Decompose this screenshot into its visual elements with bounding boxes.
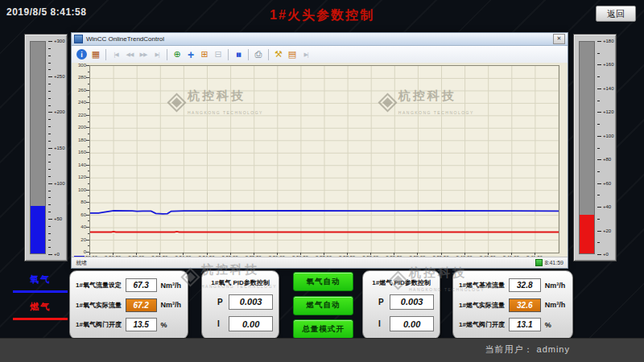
pid-value-field[interactable]: 0.003 — [390, 294, 434, 310]
pid-param-label: P — [378, 298, 384, 306]
gauge-tick — [597, 207, 601, 208]
y-axis-tick — [86, 190, 89, 191]
panel-row: 1#氧气实际流量67.2Nm³/h — [76, 298, 182, 312]
y-axis-tick — [88, 220, 89, 221]
series-1#燃气流量 — [90, 232, 559, 232]
window-title: WinCC OnlineTrendControl — [86, 35, 550, 43]
gauge-minor-tick — [597, 219, 600, 220]
gauge-minor-tick — [597, 76, 600, 77]
gauge-tick — [597, 112, 601, 113]
gauge-tick — [597, 254, 601, 255]
y-axis-label: 60 — [72, 212, 86, 217]
gauge-label: +120 — [603, 109, 614, 114]
unit-label: % — [161, 321, 182, 329]
pid-row: I0.00 — [369, 316, 434, 331]
y-axis-label: 20 — [72, 237, 86, 242]
gauge-minor-tick — [597, 148, 600, 149]
connect-icon[interactable]: ⚒ — [272, 48, 285, 61]
y-axis-tick — [88, 233, 89, 234]
zoom-area-icon[interactable]: ⊕ — [171, 48, 184, 61]
y-axis-tick — [86, 152, 89, 153]
mode-button[interactable]: 总量模式开 — [293, 319, 353, 339]
pid-value-field[interactable]: 0.00 — [229, 316, 273, 331]
gas-flow-panel: 1#燃气基准流量32.8Nm³/h1#燃气实际流量32.6Nm³/h1#燃气阀门… — [452, 270, 573, 339]
gauge-minor-tick — [48, 141, 51, 142]
gauge-track — [579, 41, 595, 254]
gauge-label: +300 — [54, 39, 65, 43]
gauge-minor-tick — [48, 204, 51, 205]
legend-gas-line — [13, 318, 68, 320]
trend-plot[interactable]: 杭控科技HANGKONG TECHNOLOGY杭控科技HANGKONG TECH… — [89, 65, 559, 253]
y-axis-tick — [88, 134, 89, 134]
value-field[interactable]: 32.6 — [509, 298, 541, 312]
y-axis-tick — [86, 177, 89, 178]
unit-label: Nm³/h — [161, 301, 182, 309]
y-axis-tick — [86, 165, 89, 166]
y-axis-label: 0 — [72, 249, 86, 254]
value-field[interactable]: 67.2 — [126, 298, 157, 312]
gauge-minor-tick — [48, 98, 51, 99]
back-button[interactable]: 返回 — [596, 6, 636, 22]
y-axis-label: 260 — [72, 88, 86, 93]
gauge-minor-tick — [48, 226, 51, 227]
gauge-tick — [597, 183, 601, 184]
value-field[interactable]: 67.3 — [126, 278, 157, 292]
gauge-tick — [597, 88, 601, 89]
footer-bar: 当前用户： adminy — [0, 338, 644, 362]
export-icon[interactable]: ▤ — [286, 48, 299, 61]
pid-row: P0.003 — [208, 294, 273, 310]
gauge-minor-tick — [48, 126, 51, 127]
gauge-fill — [580, 215, 594, 253]
y-axis-tick — [88, 97, 89, 97]
gauge-tick — [597, 159, 601, 160]
gauge-minor-tick — [48, 134, 51, 134]
y-axis-label: 80 — [72, 200, 86, 204]
y-axis-tick — [88, 245, 89, 246]
toolbar-separator — [167, 49, 167, 60]
y-axis-tick — [86, 115, 89, 116]
status-ready-text: 就绪 — [76, 259, 87, 267]
print-icon[interactable]: ⎙ — [252, 48, 265, 61]
help-icon[interactable]: i — [76, 49, 87, 60]
pid-value-field[interactable]: 0.003 — [229, 294, 273, 310]
value-field[interactable]: 13.1 — [509, 318, 541, 331]
wincc-trend-window: WinCC OnlineTrendControl ✕ i▦|◀◀◀▶▶▶|⊕+⊞… — [71, 32, 568, 269]
y-axis-tick — [88, 171, 89, 171]
mode-button[interactable]: 氧气自动 — [293, 272, 353, 291]
value-field[interactable]: 32.8 — [509, 278, 541, 292]
gauge-minor-tick — [597, 124, 600, 125]
window-titlebar[interactable]: WinCC OnlineTrendControl ✕ — [72, 33, 568, 46]
pid-param-label: P — [217, 298, 223, 306]
gauge-fill — [31, 206, 45, 253]
close-icon[interactable]: ✕ — [553, 34, 565, 44]
last-record-icon: ▶| — [151, 48, 163, 61]
pid-value-field[interactable]: 0.00 — [390, 316, 434, 331]
time-base-icon[interactable]: ▦ — [89, 48, 102, 61]
gauge-label: +0 — [54, 252, 60, 257]
pause-icon[interactable]: ▮▮ — [232, 48, 245, 61]
y-axis-tick — [88, 146, 89, 147]
trend-chart-area: 杭控科技HANGKONG TECHNOLOGY杭控科技HANGKONG TECH… — [72, 63, 568, 257]
gauge-label: +180 — [603, 39, 614, 43]
zoom-time-icon[interactable]: ⊞ — [198, 48, 211, 61]
value-field[interactable]: 13.5 — [126, 318, 157, 331]
gauge-minor-tick — [48, 176, 51, 177]
move-trend-icon[interactable]: + — [184, 48, 197, 61]
gauge-minor-tick — [48, 162, 51, 162]
y-axis-tick — [86, 215, 89, 216]
gauge-minor-tick — [48, 191, 51, 191]
oxygen-flow-panel: 1#氧气流量设定67.3Nm³/h1#氧气实际流量67.2Nm³/h1#氧气阀门… — [69, 270, 188, 339]
y-axis-label: 220 — [72, 113, 86, 117]
y-axis-label: 160 — [72, 150, 86, 154]
gauge-label: +100 — [54, 181, 65, 186]
current-user: 当前用户： adminy — [485, 343, 570, 356]
toolbar-separator — [105, 49, 106, 60]
y-axis-label: 280 — [72, 75, 86, 80]
page-title: 1#火头参数控制 — [270, 7, 374, 24]
gas-bar-gauge: +180+160+140+120+100+80+60+40+20+0 — [573, 34, 617, 261]
gauge-tick — [48, 112, 52, 113]
gauge-label: +80 — [603, 157, 611, 162]
mode-button[interactable]: 燃气自动 — [293, 296, 353, 315]
legend-gas-label: 燃气 — [13, 301, 68, 313]
gauge-tick — [48, 41, 52, 42]
